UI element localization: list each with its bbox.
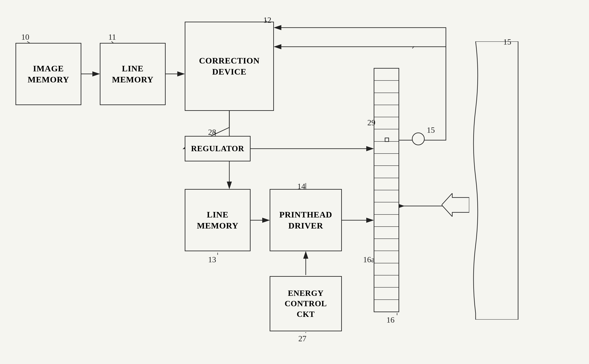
regulator-label: REGULATOR (191, 143, 244, 154)
correction-device-box: CORRECTIONDEVICE (185, 22, 274, 111)
diagram-container: IMAGE MEMORY 10 LINEMEMORY 11 CORRECTION… (0, 0, 589, 364)
paper-shape (463, 41, 531, 320)
ref-16a: 16a (363, 255, 375, 264)
energy-control-label: ENERGYCONTROLCKT (285, 288, 327, 319)
ref-12: 12 (263, 15, 271, 25)
printhead-driver-box: PRINTHEADDRIVER (270, 189, 342, 251)
svg-marker-24 (442, 193, 469, 217)
ref-15: 15 (503, 37, 511, 46)
ref-10: 10 (21, 32, 29, 42)
image-memory-box: IMAGE MEMORY (15, 43, 81, 105)
line-memory-1-box: LINEMEMORY (100, 43, 166, 105)
line-memory-2-label: LINEMEMORY (197, 209, 239, 231)
ref-30: 28 (208, 127, 216, 137)
junction-node-28 (385, 138, 389, 142)
image-memory-label: IMAGE MEMORY (16, 63, 81, 85)
correction-device-label: CORRECTIONDEVICE (199, 55, 260, 77)
energy-control-box: ENERGYCONTROLCKT (270, 276, 342, 331)
printhead-grid (374, 68, 399, 312)
regulator-box: REGULATOR (185, 136, 251, 161)
line-memory-1-label: LINEMEMORY (112, 63, 154, 85)
paper-feed-arrow (442, 193, 469, 217)
sensor-circle-29 (412, 132, 425, 145)
printhead-driver-label: PRINTHEADDRIVER (279, 209, 332, 231)
ref-14: 14 (297, 182, 305, 191)
ref-13: 13 (208, 255, 216, 264)
ref-27: 27 (298, 334, 306, 343)
line-memory-2-box: LINEMEMORY (185, 189, 251, 251)
ref-16: 16 (386, 315, 395, 325)
ref-28: 29 (367, 118, 375, 127)
ref-11: 11 (108, 32, 116, 42)
ref-29: 15 (427, 125, 435, 135)
